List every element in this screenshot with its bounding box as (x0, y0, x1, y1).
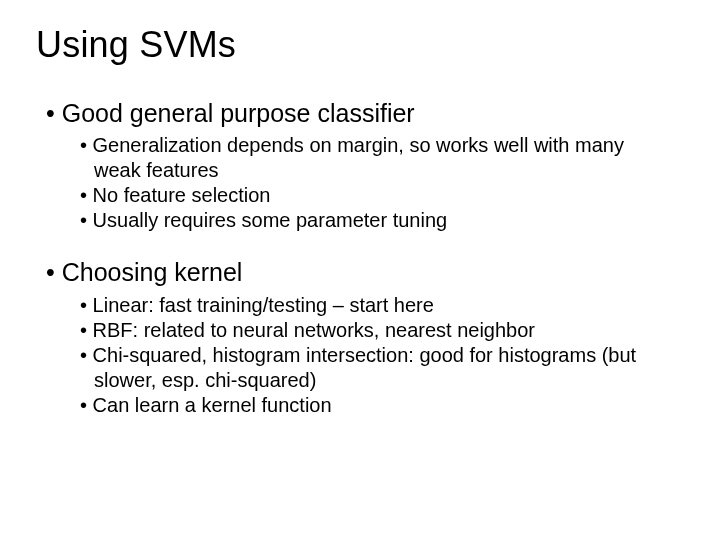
list-item: Usually requires some parameter tuning (80, 208, 664, 233)
list-item: Can learn a kernel function (80, 393, 664, 418)
list-item: Generalization depends on margin, so wor… (80, 133, 664, 183)
list-item: No feature selection (80, 183, 664, 208)
list-item: Linear: fast training/testing – start he… (80, 293, 664, 318)
section-list: Linear: fast training/testing – start he… (80, 293, 664, 418)
section-heading: Good general purpose classifier (46, 98, 684, 129)
list-item: Chi-squared, histogram intersection: goo… (80, 343, 664, 393)
section-heading: Choosing kernel (46, 257, 684, 288)
section-good-classifier: Good general purpose classifier Generali… (36, 98, 684, 233)
section-list: Generalization depends on margin, so wor… (80, 133, 664, 233)
list-item: RBF: related to neural networks, nearest… (80, 318, 664, 343)
section-choosing-kernel: Choosing kernel Linear: fast training/te… (36, 257, 684, 417)
slide-title: Using SVMs (36, 24, 684, 66)
